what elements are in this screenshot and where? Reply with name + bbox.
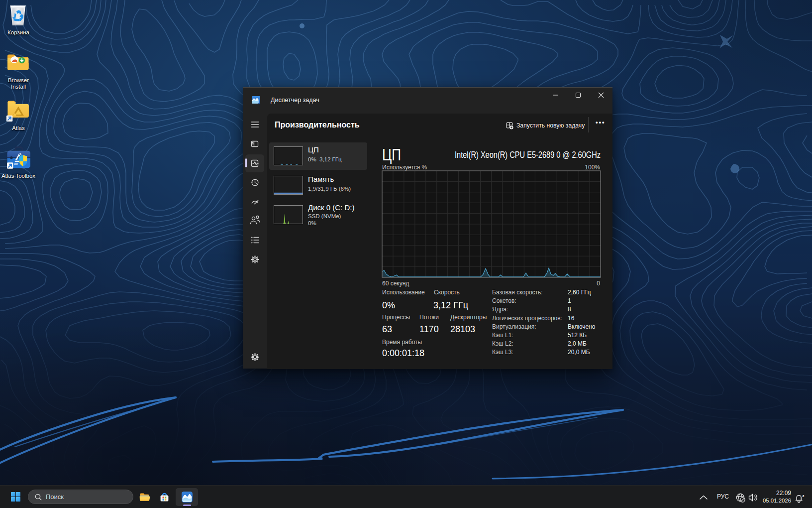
- svg-text:z: z: [803, 494, 805, 498]
